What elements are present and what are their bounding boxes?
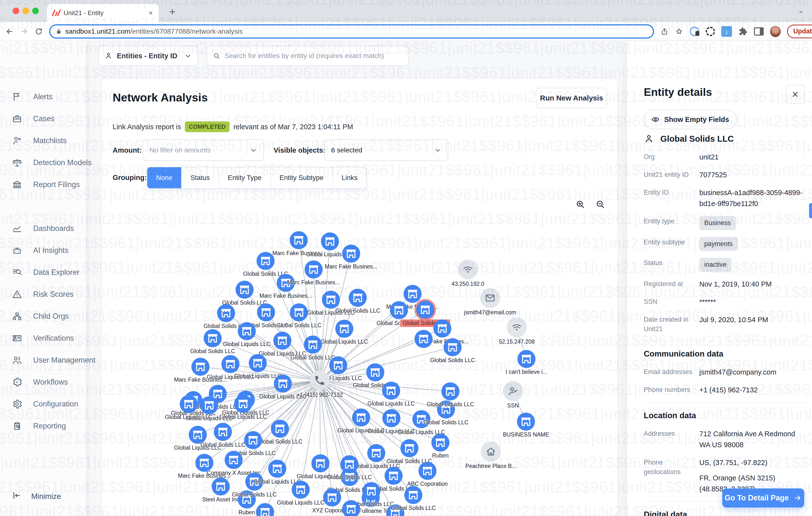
graph-node-business[interactable] xyxy=(249,354,267,372)
graph-node-business[interactable] xyxy=(192,358,209,376)
graph-node-business[interactable] xyxy=(189,426,207,444)
graph-node-business[interactable] xyxy=(304,336,322,353)
sidebar-item-alerts[interactable]: Alerts xyxy=(12,91,52,102)
download-extension-icon[interactable]: ↓ xyxy=(721,26,732,37)
sidebar-item-workflows[interactable]: Workflows xyxy=(12,377,68,388)
go-to-detail-page-button[interactable]: Go To Detail Page xyxy=(722,488,804,508)
visible-objects-dropdown[interactable]: 6 selected xyxy=(324,140,448,161)
sidebar-item-matchlists[interactable]: Matchlists xyxy=(12,135,67,146)
graph-node-business[interactable] xyxy=(431,434,450,452)
new-tab-button[interactable]: + xyxy=(169,6,176,17)
browser-profile-avatar[interactable] xyxy=(770,26,781,37)
graph-node-house[interactable] xyxy=(481,441,501,462)
graph-node-business[interactable] xyxy=(382,382,400,400)
graph-node-business[interactable] xyxy=(433,319,452,338)
graph-node-business[interactable] xyxy=(342,500,360,516)
run-new-analysis-button[interactable]: Run New Analysis xyxy=(536,88,607,108)
browser-tab[interactable]: Unit21 - Entity × xyxy=(47,4,159,22)
graph-node-business[interactable] xyxy=(200,396,218,414)
graph-node-business[interactable] xyxy=(404,486,422,504)
sidebar-item-user-management[interactable]: User Management xyxy=(12,355,95,366)
graph-node-business[interactable] xyxy=(234,395,252,413)
graph-node-business[interactable] xyxy=(340,455,358,473)
grouping-option-none[interactable]: None xyxy=(147,167,182,188)
update-button[interactable]: Update ⋮ xyxy=(787,25,812,38)
graph-node-business[interactable] xyxy=(274,375,292,393)
graph-node-business[interactable] xyxy=(292,481,310,499)
password-manager-extension-icon[interactable] xyxy=(690,26,699,37)
close-tab-icon[interactable]: × xyxy=(148,9,153,17)
sidebar-minimize-button[interactable]: Minimize xyxy=(12,491,61,503)
grouping-option-entity-subtype[interactable]: Entity Subtype xyxy=(271,167,333,188)
graph-node-business[interactable] xyxy=(257,252,274,270)
graph-node-phone-hub[interactable] xyxy=(310,370,330,391)
bookmark-star-icon[interactable] xyxy=(675,27,683,36)
zoom-window-button[interactable] xyxy=(32,7,39,14)
graph-node-business[interactable] xyxy=(329,356,347,374)
extensions-puzzle-icon[interactable] xyxy=(738,26,748,37)
spinner-extension-icon[interactable] xyxy=(706,26,715,37)
zoom-in-icon[interactable] xyxy=(576,199,585,209)
graph-node-wifi2[interactable] xyxy=(507,317,527,337)
reload-icon[interactable] xyxy=(35,27,43,36)
graph-node-business[interactable] xyxy=(404,285,422,303)
graph-node-business[interactable] xyxy=(212,478,230,495)
search-input[interactable] xyxy=(225,52,403,60)
graph-node-business[interactable] xyxy=(416,301,434,319)
graph-node-business[interactable] xyxy=(382,409,400,427)
graph-node-business[interactable] xyxy=(214,423,232,441)
close-panel-button[interactable] xyxy=(786,85,805,104)
graph-node-business[interactable] xyxy=(222,355,239,373)
sidebar-item-report-filings[interactable]: Report Filings xyxy=(12,179,80,190)
graph-node-business[interactable] xyxy=(349,289,367,307)
graph-node-business[interactable] xyxy=(311,454,329,472)
graph-node-business[interactable] xyxy=(290,303,308,321)
graph-node-business[interactable] xyxy=(367,444,385,462)
url-bar[interactable]: sandbox1.unit21.com/entities/670877088/n… xyxy=(49,24,654,38)
graph-node-business[interactable] xyxy=(414,330,433,348)
graph-node-business[interactable] xyxy=(352,408,370,427)
graph-node-business[interactable] xyxy=(390,301,408,319)
graph-node-business[interactable] xyxy=(321,232,339,251)
side-panel-icon[interactable] xyxy=(754,26,764,37)
graph-node-business[interactable] xyxy=(362,482,380,500)
graph-node-business[interactable] xyxy=(517,350,535,368)
forward-icon[interactable] xyxy=(20,27,28,36)
panel-scrollbar-thumb[interactable] xyxy=(809,203,812,218)
graph-node-business[interactable] xyxy=(271,420,289,438)
zoom-out-icon[interactable] xyxy=(596,199,605,209)
graph-node-business[interactable] xyxy=(204,329,222,347)
sidebar-item-reporting[interactable]: Reporting xyxy=(12,421,66,431)
graph-node-business[interactable] xyxy=(384,467,403,485)
graph-node-business[interactable] xyxy=(418,462,436,480)
grouping-option-status[interactable]: Status xyxy=(182,167,219,188)
show-empty-fields-button[interactable]: Show Empty Fields xyxy=(643,110,737,129)
graph-node-wifi1[interactable] xyxy=(458,259,478,280)
close-window-button[interactable] xyxy=(13,7,19,14)
graph-node-business[interactable] xyxy=(400,439,418,457)
sidebar-item-risk-scores[interactable]: Risk Scores xyxy=(12,289,74,300)
sidebar-item-cases[interactable]: Cases xyxy=(12,113,55,124)
minimize-window-button[interactable] xyxy=(23,7,29,14)
sidebar-item-detection-models[interactable]: Detection Models xyxy=(12,157,92,168)
sidebar-item-child-orgs[interactable]: Child Orgs xyxy=(12,311,69,322)
sidebar-item-data-explorer[interactable]: Data Explorer xyxy=(12,267,80,278)
graph-node-business[interactable] xyxy=(366,363,384,381)
graph-node-business[interactable] xyxy=(225,451,243,469)
graph-node-business[interactable] xyxy=(195,454,213,472)
back-icon[interactable] xyxy=(5,27,13,36)
graph-node-business[interactable] xyxy=(290,231,308,249)
graph-node-business[interactable] xyxy=(443,338,462,356)
graph-node-business[interactable] xyxy=(335,320,353,338)
graph-node-email1[interactable] xyxy=(480,288,500,308)
graph-node-business[interactable] xyxy=(304,260,323,279)
sidebar-item-dashboards[interactable]: Dashboards xyxy=(12,223,74,234)
graph-node-business[interactable] xyxy=(342,245,360,263)
share-icon[interactable] xyxy=(660,27,669,36)
sidebar-scrollbar[interactable] xyxy=(86,41,89,516)
amount-filter-dropdown[interactable]: No filter on amounts xyxy=(143,140,264,161)
graph-node-business[interactable] xyxy=(273,332,291,350)
graph-node-business[interactable] xyxy=(441,382,459,400)
graph-node-business[interactable] xyxy=(238,322,256,340)
graph-node-business[interactable] xyxy=(322,291,340,309)
